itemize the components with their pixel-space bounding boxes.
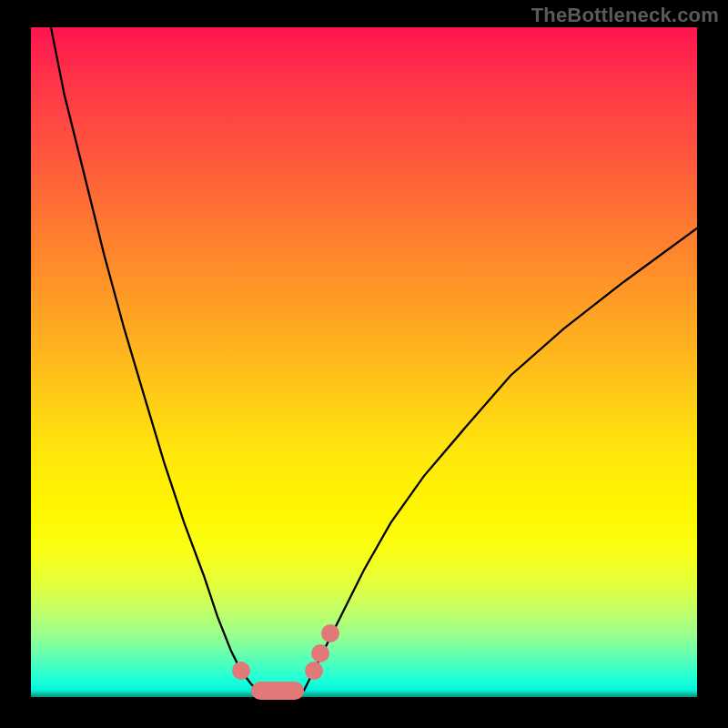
right-mid-dot bbox=[311, 644, 329, 662]
curve-layer bbox=[31, 27, 697, 697]
watermark-text: TheBottleneck.com bbox=[531, 4, 719, 27]
curve-right bbox=[304, 228, 697, 691]
chart-frame: TheBottleneck.com bbox=[0, 0, 728, 728]
right-lower-dot bbox=[305, 662, 323, 680]
curve-left bbox=[51, 27, 258, 691]
plot-area bbox=[31, 27, 697, 697]
marker-bar bbox=[251, 682, 305, 700]
right-upper-dot bbox=[321, 624, 339, 642]
left-upper-dot bbox=[232, 662, 250, 680]
